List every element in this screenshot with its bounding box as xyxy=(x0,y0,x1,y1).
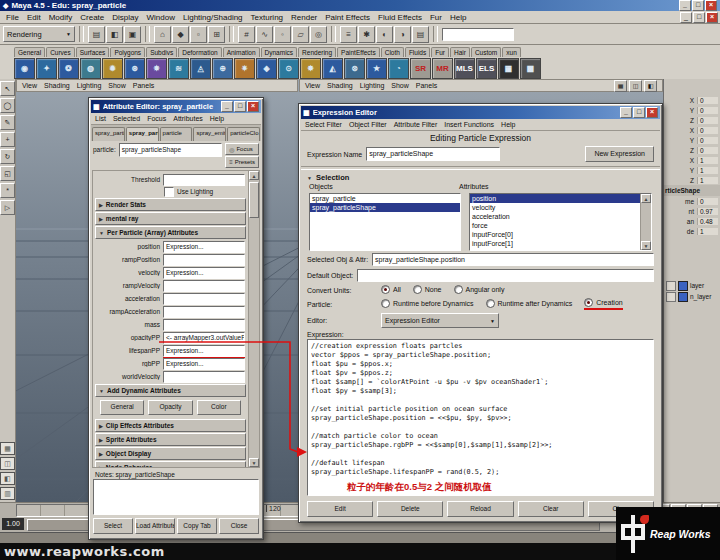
focus-button[interactable]: ◎ Focus xyxy=(225,143,259,155)
snap-to-grid-icon[interactable]: # xyxy=(238,26,255,43)
shelf-icon[interactable]: ◔ xyxy=(388,58,409,79)
rotate-tool-icon[interactable]: ↻ xyxy=(0,149,15,164)
layer-row[interactable]: layer xyxy=(664,280,720,291)
attribute-editor-tab[interactable]: spray_particle xyxy=(92,127,125,141)
shelf-icon[interactable]: ◬ xyxy=(190,58,211,79)
pane-layout-single-button[interactable]: ◧ xyxy=(644,80,657,92)
scroll-down-icon[interactable]: ▼ xyxy=(249,458,259,467)
editor-dropdown[interactable]: Expression Editor ▼ xyxy=(381,313,499,328)
menu-item[interactable]: Focus xyxy=(147,115,166,122)
menu-item[interactable]: Fluid Effects xyxy=(374,13,426,22)
shelf-icon[interactable]: ◈ xyxy=(256,58,277,79)
channel-row[interactable]: Z 0 xyxy=(664,145,720,155)
menu-item[interactable]: File xyxy=(2,13,23,22)
menu-item[interactable]: Create xyxy=(76,13,108,22)
panel-menu-item[interactable]: Show xyxy=(108,82,126,89)
pane-layout-two-button[interactable]: ◫ xyxy=(629,80,642,92)
section-header[interactable]: ▶ Clip Effects Attributes xyxy=(95,419,246,432)
shelf-icon[interactable]: ▩ xyxy=(520,58,541,79)
shelf-icon[interactable]: ELS xyxy=(476,58,497,79)
expression-name-field[interactable]: spray_particleShape xyxy=(366,147,500,161)
attribute-editor-button[interactable]: Select xyxy=(93,518,133,534)
section-header[interactable]: ▶ Node Behavior xyxy=(95,461,246,468)
radio-option[interactable]: Angular only xyxy=(454,285,505,295)
expression-editor-button[interactable]: Reload xyxy=(447,501,513,517)
select-by-object-icon[interactable]: ◆ xyxy=(172,26,189,43)
menu-item[interactable]: Insert Functions xyxy=(444,121,494,128)
shelf-tab[interactable]: Curves xyxy=(46,47,75,57)
quick-layout-persp-button[interactable]: ◧ xyxy=(0,472,15,485)
shelf-tab[interactable]: Rendering xyxy=(298,47,336,57)
maximize-button[interactable]: □ xyxy=(693,12,705,23)
attribute-editor-button[interactable]: Load Attributes xyxy=(135,518,175,534)
shelf-tab[interactable]: Surfaces xyxy=(76,47,110,57)
channel-row[interactable]: Y 0 xyxy=(664,135,720,145)
channel-row[interactable]: Z 1 xyxy=(664,175,720,185)
section-header[interactable]: ▶ Object Display xyxy=(95,447,246,460)
shelf-icon[interactable]: ❂ xyxy=(58,58,79,79)
add-attribute-button[interactable]: Color xyxy=(197,400,241,415)
attribute-list-item[interactable]: position xyxy=(470,194,641,203)
quick-layout-split-button[interactable]: ▥ xyxy=(0,487,15,500)
section-header[interactable]: ▶ mental ray xyxy=(95,212,246,225)
layer-row[interactable]: n_layer xyxy=(664,291,720,302)
pp-attribute-field[interactable] xyxy=(163,306,245,318)
shelf-icon[interactable]: ✷ xyxy=(234,58,255,79)
layer-color-swatch[interactable] xyxy=(678,281,688,291)
quick-selection-input[interactable] xyxy=(442,28,514,41)
shelf-tab[interactable]: Polygons xyxy=(110,47,145,57)
presets-button[interactable]: ≡ Presets xyxy=(225,156,259,168)
notes-area[interactable] xyxy=(93,479,259,515)
menu-item[interactable]: Selected xyxy=(113,115,140,122)
save-scene-icon[interactable]: ▣ xyxy=(124,26,141,43)
input-connections-icon[interactable]: ≡ xyxy=(340,26,357,43)
panel-menu-item[interactable]: View xyxy=(22,82,37,89)
render-globals-icon[interactable]: ▤ xyxy=(412,26,429,43)
panel-menu-item[interactable]: View xyxy=(305,82,320,89)
shelf-tab[interactable]: Custom xyxy=(471,47,501,57)
minimize-button[interactable]: _ xyxy=(679,0,691,11)
menu-item[interactable]: Attribute Filter xyxy=(394,121,438,128)
add-attribute-button[interactable]: Opacity xyxy=(148,400,192,415)
layer-visibility-toggle[interactable] xyxy=(666,281,676,291)
scrollbar[interactable]: ▲ ▼ xyxy=(248,171,259,467)
scroll-up-icon[interactable]: ▲ xyxy=(249,171,259,180)
channel-row[interactable]: X 1 xyxy=(664,155,720,165)
close-button[interactable]: × xyxy=(706,12,718,23)
section-header[interactable]: ▶ Sprite Attributes xyxy=(95,433,246,446)
divider[interactable] xyxy=(229,26,234,42)
attribute-editor-titlebar[interactable]: ▦ Attribute Editor: spray_particle _□× xyxy=(91,100,261,113)
snap-to-curve-icon[interactable]: ∿ xyxy=(256,26,273,43)
construction-history-icon[interactable]: ✱ xyxy=(358,26,375,43)
shelf-icon[interactable]: MR xyxy=(432,58,453,79)
radio-option[interactable]: All xyxy=(381,285,401,295)
attribute-editor-button[interactable]: Copy Tab xyxy=(177,518,217,534)
expression-editor-button[interactable]: Edit xyxy=(307,501,373,517)
shelf-tab[interactable]: Subdivs xyxy=(146,47,177,57)
menu-item[interactable]: Fur xyxy=(426,13,446,22)
selection-section-header[interactable]: ▼ Selection xyxy=(301,172,660,183)
shelf-tab[interactable]: Hair xyxy=(450,47,470,57)
expression-editor-button[interactable]: Delete xyxy=(377,501,443,517)
pp-attribute-field[interactable] xyxy=(163,371,245,383)
channel-row[interactable]: Y 1 xyxy=(664,165,720,175)
shelf-icon[interactable]: ◉ xyxy=(14,58,35,79)
default-object-field[interactable] xyxy=(357,269,654,282)
quick-layout-four-view-button[interactable]: ▦ xyxy=(0,442,15,455)
close-button[interactable]: × xyxy=(646,107,658,118)
scrollbar[interactable]: ▲ ▼ xyxy=(640,194,651,250)
menu-item[interactable]: Render xyxy=(287,13,321,22)
radio-option[interactable]: Creation xyxy=(584,298,622,310)
attribute-list-item[interactable]: velocity xyxy=(470,203,641,212)
highlight-selection-icon[interactable]: ⊞ xyxy=(208,26,225,43)
layer-visibility-toggle[interactable] xyxy=(666,292,676,302)
expression-editor-button[interactable]: Clear xyxy=(518,501,584,517)
shelf-icon[interactable]: SR xyxy=(410,58,431,79)
scroll-up-icon[interactable]: ▲ xyxy=(641,194,651,203)
shelf-icon[interactable]: ⊗ xyxy=(344,58,365,79)
menu-item[interactable]: Texturing xyxy=(247,13,287,22)
attribute-editor-button[interactable]: Close xyxy=(219,518,259,534)
maximize-button[interactable]: □ xyxy=(234,101,246,112)
range-start-field[interactable]: 1.00 xyxy=(2,518,24,530)
snap-to-plane-icon[interactable]: ▱ xyxy=(292,26,309,43)
